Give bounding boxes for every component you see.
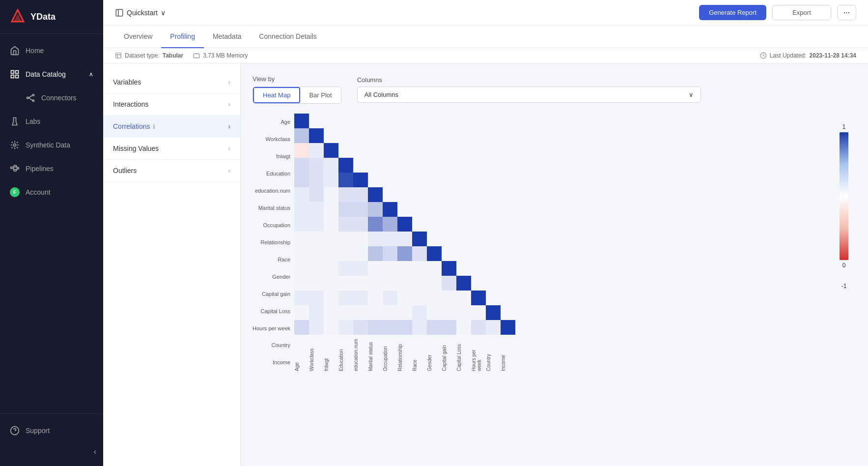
- heatmap-cell[interactable]: [412, 202, 427, 217]
- heatmap-cell[interactable]: [427, 158, 442, 173]
- heatmap-cell[interactable]: [486, 276, 501, 291]
- heatmap-cell[interactable]: [383, 187, 397, 202]
- heatmap-cell[interactable]: [338, 261, 353, 276]
- heatmap-cell[interactable]: [309, 143, 324, 158]
- heatmap-cell[interactable]: [338, 246, 353, 261]
- heatmap-cell[interactable]: [427, 261, 442, 276]
- quickstart-menu[interactable]: Quickstart ∨: [115, 8, 166, 17]
- heatmap-cell[interactable]: [338, 173, 353, 187]
- heatmap-cell[interactable]: [353, 305, 368, 320]
- sidebar-item-support[interactable]: Support: [0, 419, 103, 442]
- heatmap-cell[interactable]: [324, 305, 338, 320]
- heatmap-cell[interactable]: [442, 128, 456, 143]
- heatmap-cell[interactable]: [412, 217, 427, 232]
- heatmap-cell[interactable]: [383, 276, 397, 291]
- heatmap-cell[interactable]: [427, 305, 442, 320]
- heatmap-cell[interactable]: [294, 114, 309, 128]
- heatmap-cell[interactable]: [368, 232, 383, 246]
- heatmap-cell[interactable]: [397, 291, 412, 305]
- heatmap-cell[interactable]: [368, 276, 383, 291]
- heatmap-cell[interactable]: [294, 202, 309, 217]
- heatmap-cell[interactable]: [368, 202, 383, 217]
- heatmap-cell[interactable]: [471, 217, 486, 232]
- heatmap-cell[interactable]: [294, 128, 309, 143]
- heatmap-cell[interactable]: [353, 261, 368, 276]
- sidebar-item-account[interactable]: F Account: [0, 180, 103, 204]
- heatmap-cell[interactable]: [427, 320, 442, 335]
- heatmap-cell[interactable]: [324, 232, 338, 246]
- heatmap-cell[interactable]: [397, 320, 412, 335]
- heatmap-cell[interactable]: [442, 276, 456, 291]
- heatmap-cell[interactable]: [353, 143, 368, 158]
- heatmap-cell[interactable]: [471, 114, 486, 128]
- heatmap-cell[interactable]: [338, 114, 353, 128]
- heatmap-cell[interactable]: [368, 158, 383, 173]
- heatmap-cell[interactable]: [486, 128, 501, 143]
- heatmap-cell[interactable]: [471, 232, 486, 246]
- heatmap-cell[interactable]: [456, 291, 471, 305]
- heatmap-cell[interactable]: [309, 291, 324, 305]
- heatmap-cell[interactable]: [501, 217, 515, 232]
- heatmap-cell[interactable]: [368, 261, 383, 276]
- export-button[interactable]: Export: [772, 5, 831, 20]
- heatmap-cell[interactable]: [383, 114, 397, 128]
- heatmap-cell[interactable]: [501, 114, 515, 128]
- heatmap-cell[interactable]: [324, 202, 338, 217]
- heatmap-cell[interactable]: [294, 305, 309, 320]
- heatmap-cell[interactable]: [294, 158, 309, 173]
- heatmap-cell[interactable]: [294, 143, 309, 158]
- heatmap-cell[interactable]: [397, 261, 412, 276]
- heatmap-cell[interactable]: [412, 114, 427, 128]
- heatmap-cell[interactable]: [427, 232, 442, 246]
- heatmap-cell[interactable]: [412, 261, 427, 276]
- heat-map-button[interactable]: Heat Map: [253, 87, 300, 103]
- heatmap-cell[interactable]: [486, 217, 501, 232]
- more-options-button[interactable]: ⋯: [837, 5, 856, 20]
- heatmap-cell[interactable]: [353, 217, 368, 232]
- heatmap-cell[interactable]: [397, 276, 412, 291]
- heatmap-cell[interactable]: [442, 246, 456, 261]
- tab-connection-details[interactable]: Connection Details: [250, 26, 326, 48]
- heatmap-cell[interactable]: [383, 128, 397, 143]
- heatmap-cell[interactable]: [456, 202, 471, 217]
- heatmap-cell[interactable]: [353, 246, 368, 261]
- heatmap-cell[interactable]: [338, 128, 353, 143]
- heatmap-cell[interactable]: [324, 143, 338, 158]
- heatmap-cell[interactable]: [456, 232, 471, 246]
- heatmap-cell[interactable]: [412, 320, 427, 335]
- heatmap-cell[interactable]: [353, 128, 368, 143]
- heatmap-cell[interactable]: [427, 128, 442, 143]
- heatmap-cell[interactable]: [486, 202, 501, 217]
- heatmap-cell[interactable]: [309, 114, 324, 128]
- heatmap-cell[interactable]: [397, 187, 412, 202]
- heatmap-cell[interactable]: [338, 291, 353, 305]
- heatmap-cell[interactable]: [427, 291, 442, 305]
- heatmap-cell[interactable]: [309, 320, 324, 335]
- heatmap-cell[interactable]: [442, 202, 456, 217]
- heatmap-cell[interactable]: [442, 114, 456, 128]
- heatmap-cell[interactable]: [309, 232, 324, 246]
- heatmap-cell[interactable]: [471, 202, 486, 217]
- heatmap-cell[interactable]: [309, 246, 324, 261]
- heatmap-cell[interactable]: [486, 246, 501, 261]
- heatmap-cell[interactable]: [324, 158, 338, 173]
- heatmap-cell[interactable]: [383, 291, 397, 305]
- heatmap-cell[interactable]: [501, 158, 515, 173]
- heatmap-cell[interactable]: [368, 305, 383, 320]
- heatmap-cell[interactable]: [501, 246, 515, 261]
- heatmap-cell[interactable]: [338, 276, 353, 291]
- heatmap-cell[interactable]: [486, 232, 501, 246]
- heatmap-cell[interactable]: [442, 261, 456, 276]
- heatmap-cell[interactable]: [486, 114, 501, 128]
- heatmap-cell[interactable]: [412, 232, 427, 246]
- heatmap-cell[interactable]: [324, 173, 338, 187]
- heatmap-cell[interactable]: [456, 114, 471, 128]
- heatmap-cell[interactable]: [338, 187, 353, 202]
- heatmap-cell[interactable]: [501, 320, 515, 335]
- heatmap-cell[interactable]: [324, 114, 338, 128]
- heatmap-cell[interactable]: [486, 143, 501, 158]
- heatmap-cell[interactable]: [442, 158, 456, 173]
- heatmap-cell[interactable]: [294, 187, 309, 202]
- heatmap-cell[interactable]: [486, 305, 501, 320]
- heatmap-cell[interactable]: [368, 291, 383, 305]
